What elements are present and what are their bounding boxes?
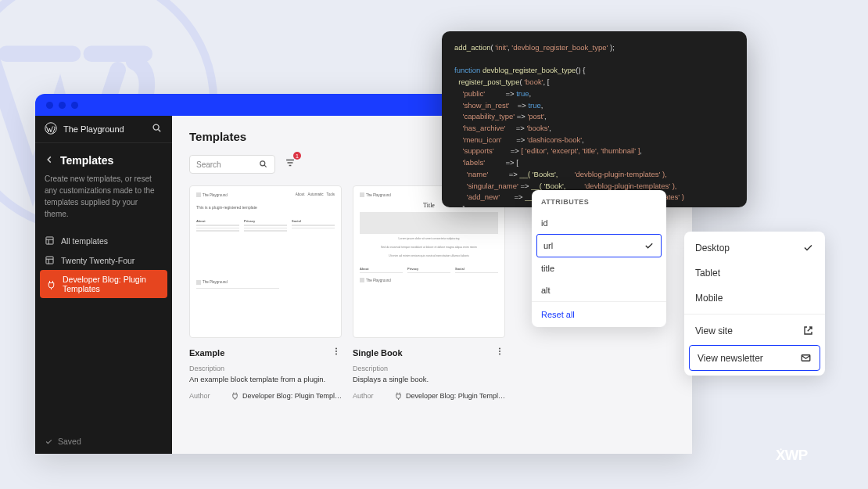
filter-badge: 1 [293,152,301,160]
view-newsletter-item[interactable]: View newsletter [689,345,820,371]
sidebar-item-all-templates[interactable]: All templates [35,231,172,250]
attribute-item-title[interactable]: title [532,257,666,279]
author-label: Author [353,392,374,400]
svg-point-10 [260,161,265,166]
device-menu-popover: Desktop Tablet Mobile View site View new… [684,232,825,376]
template-description: An example block template from a plugin. [189,375,342,383]
check-icon [644,240,655,251]
filter-icon [285,157,296,168]
saved-status: Saved [35,429,172,454]
sidebar-item-label: Twenty Twenty-Four [61,256,135,265]
description-label: Description [189,365,342,372]
device-item-tablet[interactable]: Tablet [684,261,825,286]
attribute-item-id[interactable]: id [532,212,666,234]
svg-line-11 [264,165,266,167]
view-site-item[interactable]: View site [684,318,825,343]
window-dot[interactable] [46,102,53,109]
more-icon[interactable] [494,346,505,360]
layout-icon [45,236,55,246]
code-block: add_action( 'init', 'devblog_register_bo… [454,42,734,207]
sidebar-header: The Playground [35,116,172,143]
template-title: Example [189,348,224,358]
author-label: Author [189,392,210,400]
filter-button[interactable]: 1 [282,154,299,174]
search-placeholder: Search [196,160,221,169]
svg-point-18 [499,347,500,349]
sidebar-item-theme[interactable]: Twenty Twenty-Four [35,250,172,270]
window-dot[interactable] [71,102,78,109]
svg-line-3 [158,129,160,131]
template-author: Developer Blog: Plugin Templ… [231,391,342,400]
description-label: Description [353,365,505,372]
sidebar-item-label: Developer Blog: Plugin Templates [63,275,161,293]
code-panel: add_action( 'init', 'devblog_register_bo… [442,31,747,207]
attribute-item-alt[interactable]: alt [532,279,666,301]
template-description: Displays a single book. [353,375,505,383]
window-dot[interactable] [59,102,66,109]
external-link-icon [802,325,814,336]
xwp-logo: XWP [776,443,838,469]
template-preview: The Playground AboutAutomaticTools This … [189,185,342,338]
svg-rect-7 [46,257,53,264]
template-card[interactable]: The Playground AboutAutomaticTools This … [189,185,342,400]
svg-rect-4 [46,237,53,244]
template-title: Single Book [353,348,403,358]
divider [684,314,825,315]
svg-point-19 [499,351,500,352]
template-preview: The Playground Title Lorem ipsum dolor s… [353,185,505,338]
plugin-icon [46,279,56,289]
device-item-mobile[interactable]: Mobile [684,286,825,311]
sidebar: The Playground Templates Create new temp… [35,116,172,454]
sidebar-item-plugin-templates[interactable]: Developer Blog: Plugin Templates [40,270,167,298]
sidebar-item-label: All templates [61,236,108,246]
attribute-item-url[interactable]: url [536,234,662,257]
svg-point-16 [335,351,337,352]
attributes-header: Attributes [532,190,666,212]
svg-point-23 [780,448,782,450]
svg-point-15 [335,347,337,349]
back-icon[interactable] [45,155,54,166]
search-icon[interactable] [152,123,163,135]
mail-icon [800,352,812,364]
template-author: Developer Blog: Plugin Templ… [394,391,505,400]
search-input[interactable]: Search [189,155,275,174]
template-card[interactable]: The Playground Title Lorem ipsum dolor s… [353,185,505,400]
site-name: The Playground [63,124,145,134]
svg-point-2 [153,124,159,130]
svg-point-20 [499,353,500,354]
device-item-desktop[interactable]: Desktop [684,235,825,261]
search-icon [259,160,268,169]
wordpress-icon [45,122,57,136]
sidebar-description: Create new templates, or reset any custo… [35,173,172,231]
reset-all-button[interactable]: Reset all [532,301,666,327]
more-icon[interactable] [331,346,342,360]
check-icon [802,242,814,253]
svg-point-17 [335,353,337,354]
saved-label: Saved [58,437,81,446]
sidebar-heading: Templates [60,154,113,167]
layout-icon [45,255,55,265]
attributes-popover: Attributes id url title alt Reset all [532,190,666,327]
